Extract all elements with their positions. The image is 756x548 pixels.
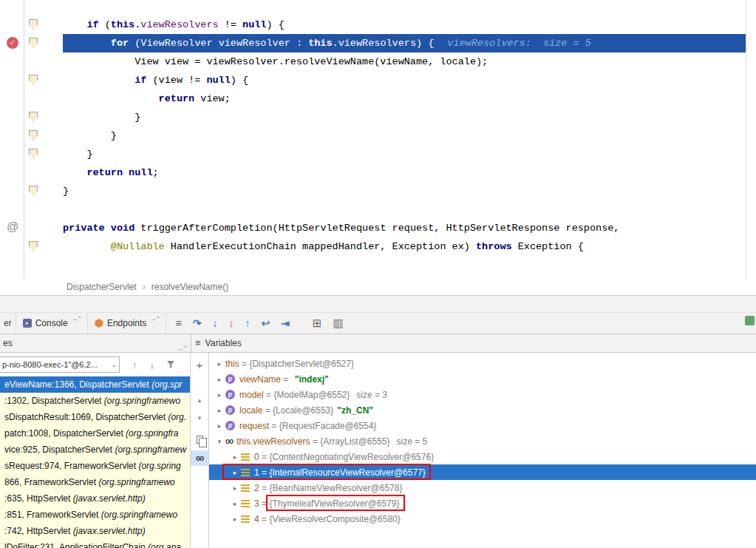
frame-location: sRequest:974, FrameworkServlet	[4, 461, 138, 471]
debug-step-icons: ≡↷↓↓↑↩⇥⊞▥	[175, 317, 343, 330]
frame-package: (org.spring	[138, 461, 180, 471]
code-token: for	[111, 38, 129, 49]
variable-row[interactable]: ▸0 = {ContentNegotiatingViewResolver@657…	[209, 449, 756, 464]
annotation-gutter-icon: @	[7, 220, 18, 234]
stack-frame-row[interactable]: :851, FrameworkServlet (org.springframew…	[0, 507, 190, 523]
force-step-into-icon[interactable]: ↓	[228, 317, 234, 329]
chevron-right-icon[interactable]: ▸	[214, 360, 225, 368]
code-line: View view = viewResolver.resolveViewName…	[63, 53, 746, 71]
breadcrumb-item[interactable]: resolveViewName()	[151, 282, 228, 292]
code-token	[105, 223, 111, 234]
stack-frame-row[interactable]: 866, FrameworkServlet (org.springframewo	[0, 474, 190, 490]
stack-frame-row[interactable]: vice:925, DispatcherServlet (org.springf…	[0, 442, 190, 458]
tab-debugger-partial[interactable]: er	[0, 313, 16, 334]
bookmark-flag-icon[interactable]	[29, 19, 38, 30]
down-arrow-icon[interactable]: ↓	[150, 359, 155, 371]
bookmark-flag-icon[interactable]	[29, 241, 38, 251]
stack-frame-row[interactable]: :1302, DispatcherServlet (org.springfram…	[0, 393, 190, 409]
breadcrumb-item[interactable]: DispatcherServlet	[67, 282, 137, 292]
variable-value: {Locale@6553}	[273, 405, 333, 416]
filter-icon[interactable]	[166, 360, 175, 369]
bookmark-flag-icon[interactable]	[29, 186, 38, 196]
code-token: Exception {	[512, 241, 584, 252]
variable-row[interactable]: ▸4 = {ViewResolverComposite@6580}	[209, 511, 756, 527]
scroll-down-icon[interactable]: ▼	[191, 410, 208, 427]
frame-package: (javax.servlet.http)	[73, 493, 146, 504]
step-over-icon[interactable]: ↷	[193, 317, 202, 329]
code-token: viewResolvers	[140, 19, 218, 30]
breakpoint-verified-icon[interactable]: ✓	[7, 37, 18, 49]
chevron-right-icon[interactable]: ▸	[214, 376, 225, 383]
code-token: null	[129, 167, 152, 178]
code-line: }	[63, 182, 746, 200]
scroll-up-icon[interactable]: ▲	[191, 393, 208, 409]
editor-scrollbar[interactable]	[746, 0, 756, 279]
stack-frame-row[interactable]: lDoFilter:231, ApplicationFilterChain (o…	[0, 539, 190, 548]
variable-row[interactable]: ▸2 = {BeanNameViewResolver@6578}	[209, 480, 756, 495]
chevron-down-icon[interactable]: ▾	[214, 438, 225, 445]
tab-console[interactable]: ▸ Console →"	[16, 313, 88, 334]
stack-frame-row[interactable]: sDispatchResult:1069, DispatcherServlet …	[0, 409, 190, 425]
step-out-icon[interactable]: ↑	[245, 317, 250, 329]
variables-panel: ▸this = {DispatcherServlet@6527}▸pviewNa…	[209, 353, 756, 548]
variable-row[interactable]: ▸prequest = {RequestFacade@6554}	[209, 418, 756, 433]
step-into-icon[interactable]: ↓	[212, 317, 217, 329]
variable-name: 3	[254, 498, 259, 509]
bookmark-flag-icon[interactable]	[29, 130, 38, 141]
chevron-right-icon[interactable]: ▸	[229, 515, 241, 523]
equals-sign: =	[310, 436, 321, 447]
variable-name: this	[225, 359, 239, 369]
plus-icon[interactable]: +	[191, 357, 208, 373]
code-token: viewResolvers	[338, 38, 416, 49]
chevron-right-icon[interactable]: ▸	[214, 391, 225, 399]
stack-frame-row[interactable]: eViewName:1366, DispatcherServlet (org.s…	[0, 376, 190, 393]
glasses-icon[interactable]: oo	[191, 450, 208, 466]
bookmark-flag-icon[interactable]	[29, 38, 38, 48]
variable-row[interactable]: ▸1 = {InternalResourceViewResolver@6577}	[209, 464, 756, 480]
code-area[interactable]: if (this.viewResolvers != null) {for (Vi…	[63, 0, 746, 256]
stack-frame-row[interactable]: sRequest:974, FrameworkServlet (org.spri…	[0, 458, 190, 474]
variable-row[interactable]: ▸this = {DispatcherServlet@6527}	[209, 356, 756, 371]
drop-frame-icon[interactable]: ↩	[261, 317, 270, 329]
variable-row[interactable]: ▸plocale = {Locale@6553}"zh_CN"	[209, 402, 756, 418]
bookmark-flag-icon[interactable]	[29, 149, 38, 159]
equals-sign: =	[262, 405, 273, 416]
table-view-icon[interactable]: ⊞	[313, 317, 322, 330]
bookmark-flag-icon[interactable]	[29, 112, 38, 122]
chevron-right-icon[interactable]: ▸	[229, 469, 241, 476]
variable-value: {ModelMap@6552}	[273, 390, 350, 400]
stack-frame-row[interactable]: :742, HttpServlet (javax.servlet.http)	[0, 523, 190, 539]
chevron-down-icon: ⌄	[111, 361, 117, 368]
variable-row[interactable]: ▾oothis.viewResolvers = {ArrayList@6555}…	[209, 433, 756, 449]
chevron-right-icon[interactable]: ▸	[229, 453, 241, 461]
tab-endpoints[interactable]: Endpoints →"	[88, 313, 167, 334]
view-options-icon[interactable]: ≡	[175, 317, 181, 329]
chevron-right-icon[interactable]: ▸	[229, 484, 241, 492]
code-token: this	[308, 38, 332, 49]
copy-icon[interactable]	[191, 433, 208, 449]
stack-frame-row[interactable]: patch:1008, DispatcherServlet (org.sprin…	[0, 425, 190, 442]
variable-row[interactable]: ▸pmodel = {ModelMap@6552}size = 3	[209, 387, 756, 402]
variable-value: {BeanNameViewResolver@6578}	[269, 483, 402, 493]
variable-size: size = 5	[397, 436, 428, 447]
variable-row[interactable]: ▸pviewName = "indexj"	[209, 371, 756, 387]
chevron-right-icon[interactable]: ▸	[229, 500, 241, 507]
equals-sign: =	[259, 467, 270, 478]
code-token: null	[242, 19, 266, 30]
chevron-right-icon[interactable]: ▸	[214, 422, 225, 430]
chevron-right-icon[interactable]: ▸	[214, 407, 225, 414]
equals-sign: =	[259, 452, 270, 462]
stack-frame-row[interactable]: :635, HttpServlet (javax.servlet.http)	[0, 490, 190, 507]
run-to-cursor-icon[interactable]: ⇥	[281, 317, 290, 329]
variable-value: {ContentNegotiatingViewResolver@6576}	[269, 452, 434, 462]
variable-row[interactable]: ▸3 = {ThymeleafViewResolver@6579}	[209, 495, 756, 511]
bookmark-flag-icon[interactable]	[29, 75, 38, 85]
hamburger-icon[interactable]: ≡	[195, 337, 201, 348]
thread-selector[interactable]: p-nio-8080-exec-1"@6,2... ⌄	[0, 356, 120, 373]
frame-package: (org.	[168, 412, 186, 422]
layout-icon[interactable]: ▥	[333, 317, 343, 330]
editor-gutter	[24, 0, 63, 279]
code-editor: ✓ @ if (this.viewResolvers != null) {for…	[0, 0, 756, 279]
green-square-icon[interactable]	[745, 316, 755, 325]
up-arrow-icon[interactable]: ↑	[132, 359, 137, 371]
